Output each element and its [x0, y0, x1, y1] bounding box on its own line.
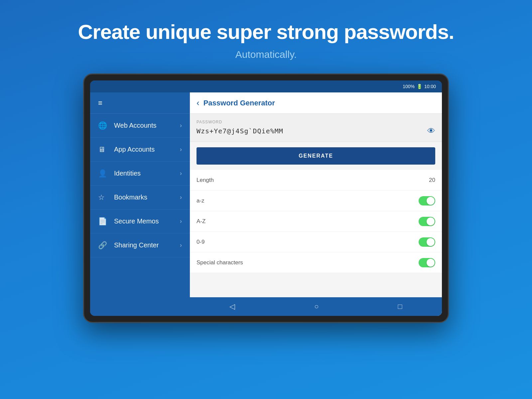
- battery-icon: 🔋: [417, 84, 422, 89]
- sidebar-item-bookmarks[interactable]: ☆ Bookmarks ›: [90, 186, 190, 209]
- hero-subtitle: Automatically.: [78, 49, 454, 60]
- back-button[interactable]: ‹: [197, 98, 200, 108]
- monitor-icon: 🖥: [98, 145, 109, 154]
- password-display: Wzs+Ye7@j4Sg`DQie%MM: [197, 127, 283, 135]
- page-title: Password Generator: [203, 99, 275, 107]
- hamburger-icon[interactable]: ≡: [98, 99, 102, 107]
- lowercase-toggle[interactable]: [419, 196, 435, 205]
- numbers-label: 0-9: [197, 239, 205, 245]
- sidebar-item-app-accounts[interactable]: 🖥 App Accounts ›: [90, 138, 190, 162]
- sidebar-nav: 🌐 Web Accounts › 🖥 App Accounts › 👤 Iden…: [90, 114, 190, 316]
- back-nav-button[interactable]: ◁: [223, 300, 242, 314]
- length-value: 20: [429, 177, 435, 184]
- status-bar: 100% 🔋 10:00: [90, 80, 442, 92]
- bottom-nav: ◁ ○ □: [190, 297, 442, 316]
- app-accounts-label: App Accounts: [114, 146, 180, 153]
- identities-label: Identities: [114, 170, 180, 177]
- person-icon: 👤: [98, 169, 109, 178]
- settings-list: Length 20 a-z A-Z 0-9: [190, 170, 442, 273]
- hero-section: Create unique super strong passwords. Au…: [71, 0, 461, 73]
- sharing-center-label: Sharing Center: [114, 241, 180, 249]
- chevron-icon: ›: [180, 146, 182, 153]
- sidebar-item-identities[interactable]: 👤 Identities ›: [90, 162, 190, 186]
- time-display: 10:00: [424, 84, 436, 89]
- hero-title: Create unique super strong passwords.: [78, 20, 454, 44]
- password-section: PASSWORD Wzs+Ye7@j4Sg`DQie%MM 👁: [190, 114, 442, 142]
- length-row: Length 20: [190, 170, 442, 191]
- chevron-icon: ›: [180, 218, 182, 225]
- sidebar-item-web-accounts[interactable]: 🌐 Web Accounts ›: [90, 114, 190, 138]
- lowercase-label: a-z: [197, 198, 204, 204]
- recent-nav-button[interactable]: □: [391, 300, 409, 314]
- numbers-toggle[interactable]: [419, 237, 435, 247]
- sidebar-item-sharing-center[interactable]: 🔗 Sharing Center ›: [90, 233, 190, 257]
- main-header: ‹ Password Generator: [190, 92, 442, 114]
- length-label: Length: [197, 177, 214, 184]
- uppercase-row[interactable]: A-Z: [190, 211, 442, 232]
- generate-button[interactable]: GENERATE: [197, 147, 435, 165]
- star-icon: ☆: [98, 193, 109, 202]
- eye-icon[interactable]: 👁: [427, 126, 435, 136]
- tablet-screen: 100% 🔋 10:00 ≡ 🌐 Web Accounts ›: [90, 80, 442, 316]
- bookmarks-label: Bookmarks: [114, 194, 180, 201]
- password-field-label: PASSWORD: [197, 120, 435, 124]
- numbers-row[interactable]: 0-9: [190, 232, 442, 252]
- uppercase-toggle[interactable]: [419, 217, 435, 226]
- password-row: Wzs+Ye7@j4Sg`DQie%MM 👁: [197, 126, 435, 136]
- lowercase-row[interactable]: a-z: [190, 191, 442, 211]
- special-chars-row[interactable]: Special characters: [190, 252, 442, 273]
- secure-memos-label: Secure Memos: [114, 217, 180, 225]
- share-icon: 🔗: [98, 241, 109, 250]
- sidebar-item-secure-memos[interactable]: 📄 Secure Memos ›: [90, 209, 190, 233]
- web-accounts-label: Web Accounts: [114, 122, 180, 129]
- main-body: PASSWORD Wzs+Ye7@j4Sg`DQie%MM 👁 GENERATE…: [190, 114, 442, 297]
- app-area: ≡ 🌐 Web Accounts › 🖥 App Accounts › 👤: [90, 92, 442, 316]
- memo-icon: 📄: [98, 217, 109, 226]
- chevron-icon: ›: [180, 194, 182, 201]
- special-chars-toggle[interactable]: [419, 258, 435, 267]
- chevron-icon: ›: [180, 170, 182, 177]
- globe-icon: 🌐: [98, 121, 109, 130]
- sidebar-header: ≡: [90, 92, 190, 114]
- home-nav-button[interactable]: ○: [308, 300, 325, 314]
- tablet-device: 100% 🔋 10:00 ≡ 🌐 Web Accounts ›: [83, 73, 449, 323]
- battery-indicator: 100%: [403, 84, 415, 89]
- main-content: ‹ Password Generator PASSWORD Wzs+Ye7@j4…: [190, 92, 442, 316]
- uppercase-label: A-Z: [197, 218, 205, 225]
- chevron-icon: ›: [180, 122, 182, 129]
- chevron-icon: ›: [180, 242, 182, 249]
- sidebar: ≡ 🌐 Web Accounts › 🖥 App Accounts › 👤: [90, 92, 190, 316]
- special-chars-label: Special characters: [197, 259, 243, 266]
